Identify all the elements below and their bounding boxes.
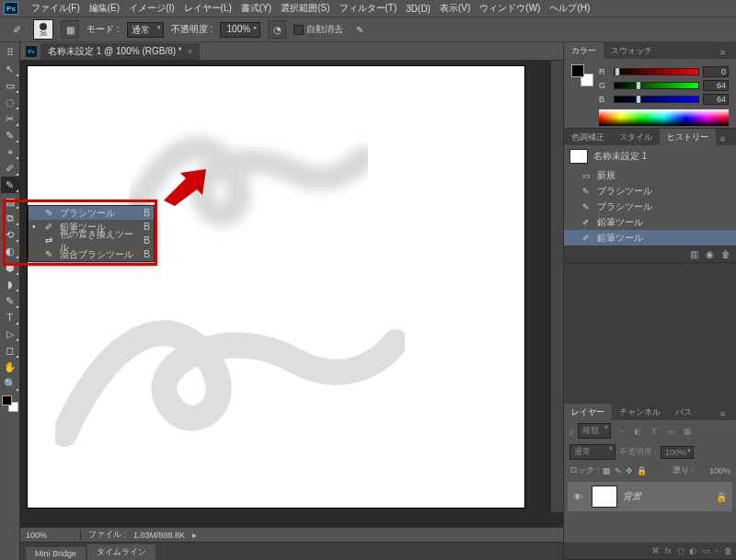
snapshot-icon[interactable]: ▥: [690, 249, 698, 259]
path-tool[interactable]: ▷: [1, 326, 19, 342]
b-slider[interactable]: [614, 96, 699, 103]
panel-menu-icon[interactable]: ≡: [713, 406, 732, 421]
pen-tool[interactable]: ✎: [1, 292, 19, 309]
camera-icon[interactable]: ◉: [706, 249, 714, 259]
menu-file[interactable]: ファイル(F): [31, 2, 80, 15]
menu-help[interactable]: ヘルプ(H): [549, 2, 590, 15]
history-item[interactable]: ✐鉛筆ツール: [564, 230, 736, 246]
tab-layers[interactable]: レイヤー: [564, 404, 612, 421]
opacity-value[interactable]: 100%: [220, 22, 260, 38]
menu-3d[interactable]: 3D(D): [406, 4, 431, 14]
stamp-tool[interactable]: ▨: [1, 193, 19, 210]
menu-select[interactable]: 選択範囲(S): [281, 2, 329, 15]
history-item[interactable]: ✎ブラシツール: [564, 199, 736, 214]
status-dropdown-icon[interactable]: ▸: [192, 531, 197, 540]
history-brush-tool[interactable]: ⧉: [1, 210, 19, 226]
heal-tool[interactable]: ✐: [1, 160, 19, 177]
shape-tool[interactable]: ◻: [1, 342, 19, 359]
blur-tool[interactable]: ⬢: [1, 259, 19, 276]
tab-paths[interactable]: パス: [668, 404, 699, 421]
new-layer-icon[interactable]: ▫: [716, 546, 719, 555]
filter-smart-icon[interactable]: ▦: [681, 425, 694, 438]
zoom-value[interactable]: 100%: [26, 531, 81, 540]
filter-image-icon[interactable]: ▫: [615, 425, 627, 438]
filter-shape-icon[interactable]: ▭: [664, 425, 677, 438]
marquee-tool[interactable]: ▭: [1, 77, 19, 94]
foreground-color[interactable]: [2, 395, 12, 406]
tab-history[interactable]: ヒストリー: [660, 129, 716, 146]
spectrum-bar[interactable]: [599, 109, 729, 126]
crop-tool[interactable]: ✎: [1, 127, 19, 143]
dodge-tool[interactable]: ◗: [1, 276, 19, 292]
current-tool-icon[interactable]: ✐: [7, 21, 26, 38]
layer-opacity[interactable]: 100%: [661, 446, 694, 459]
adjust-icon[interactable]: ◐: [689, 546, 696, 555]
move-tool[interactable]: ↖: [1, 61, 19, 77]
fg-swatch[interactable]: [571, 64, 584, 77]
gradient-tool[interactable]: ◐: [1, 243, 19, 259]
tab-channels[interactable]: チャンネル: [612, 404, 668, 421]
brush-panel-toggle[interactable]: ▦: [61, 20, 79, 39]
history-item[interactable]: ▭新規: [564, 167, 736, 183]
lock-move-icon[interactable]: ✥: [626, 466, 633, 475]
tab-color[interactable]: カラー: [564, 42, 604, 60]
filter-adjust-icon[interactable]: ◐: [631, 425, 644, 438]
close-icon[interactable]: ×: [188, 47, 192, 56]
vertical-scrollbar[interactable]: [550, 61, 563, 512]
flyout-brush-tool[interactable]: ✎ ブラシツール B: [29, 206, 154, 220]
tab-styles[interactable]: スタイル: [612, 129, 660, 146]
fx-icon[interactable]: fx: [665, 546, 672, 555]
tab-swatches[interactable]: スウォッチ: [604, 42, 660, 60]
menu-type[interactable]: 書式(Y): [241, 2, 271, 15]
eyedropper-tool[interactable]: ⌖: [1, 143, 19, 160]
group-icon[interactable]: ▭: [702, 546, 710, 555]
visibility-icon[interactable]: 👁: [573, 492, 586, 502]
r-value[interactable]: 0: [703, 66, 729, 77]
zoom-tool[interactable]: 🔍: [1, 375, 19, 392]
tab-adjustments[interactable]: 色調補正: [564, 129, 612, 146]
r-slider[interactable]: [614, 68, 699, 75]
history-item[interactable]: ✎ブラシツール: [564, 183, 736, 199]
blend-mode-select[interactable]: 通常: [569, 444, 615, 460]
b-value[interactable]: 64: [703, 94, 729, 105]
g-slider[interactable]: [614, 82, 699, 89]
panel-menu-icon[interactable]: ≡: [713, 131, 732, 146]
g-value[interactable]: 64: [703, 80, 729, 91]
hand-tool[interactable]: ✋: [1, 359, 19, 375]
kind-select[interactable]: 種類: [578, 423, 611, 439]
trash-icon[interactable]: 🗑: [721, 249, 730, 259]
blend-mode-select[interactable]: 通常: [127, 22, 164, 38]
tab-timeline[interactable]: タイムライン: [87, 544, 155, 560]
history-snapshot[interactable]: 名称未設定 1: [564, 145, 736, 167]
fill-value[interactable]: 100%: [697, 466, 730, 475]
type-tool[interactable]: T: [1, 309, 19, 326]
canvas[interactable]: [28, 66, 524, 508]
filter-type-icon[interactable]: T: [648, 425, 661, 438]
lasso-tool[interactable]: ◌: [1, 94, 19, 110]
menu-edit[interactable]: 編集(E): [89, 2, 120, 15]
menu-filter[interactable]: フィルター(T): [339, 2, 397, 15]
document-tab[interactable]: 名称未設定 1 @ 100% (RGB/8) * ×: [40, 43, 200, 60]
pressure-opacity-icon[interactable]: ◔: [268, 20, 286, 39]
lock-all-icon[interactable]: 🔒: [637, 466, 647, 475]
lock-trans-icon[interactable]: ▦: [603, 466, 611, 475]
brush-tool[interactable]: ✎: [1, 177, 19, 193]
wand-tool[interactable]: ✂: [1, 110, 19, 127]
eraser-tool[interactable]: ⟲: [1, 226, 19, 243]
mask-icon[interactable]: ◻: [677, 546, 684, 555]
menu-layer[interactable]: レイヤー(L): [184, 2, 232, 15]
panel-menu-icon[interactable]: ≡: [713, 45, 732, 60]
lock-brush-icon[interactable]: ✎: [615, 466, 622, 475]
history-item[interactable]: ✐鉛筆ツール: [564, 214, 736, 230]
layer-row[interactable]: 👁 背景 🔒: [568, 482, 732, 511]
collapse-handle-icon[interactable]: ⠿: [1, 44, 19, 61]
tab-mini-bridge[interactable]: Mini Bridge: [26, 547, 86, 560]
flyout-color-replace-tool[interactable]: ⇄ 色の置き換えツール B: [29, 234, 154, 247]
menu-image[interactable]: イメージ(I): [129, 2, 174, 15]
color-swatches[interactable]: [2, 395, 18, 412]
brush-preset-picker[interactable]: 36: [33, 19, 53, 40]
color-fgbg-swatch[interactable]: [571, 64, 593, 86]
menu-window[interactable]: ウィンドウ(W): [479, 2, 540, 15]
menu-view[interactable]: 表示(V): [440, 2, 470, 15]
flyout-mixer-brush-tool[interactable]: ✎ 混合ブラシツール B: [29, 247, 154, 261]
